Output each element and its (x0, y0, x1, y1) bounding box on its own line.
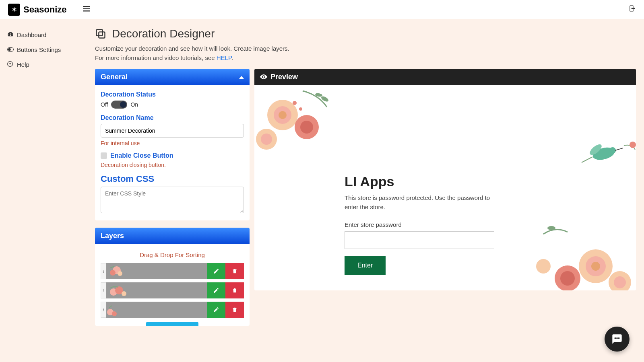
layer-row[interactable]: ⁞ (101, 263, 244, 279)
sidebar-label: Help (17, 61, 29, 68)
toggle-icon (7, 46, 14, 53)
status-label: Decoration Status (101, 91, 244, 98)
preview-panel-header: Preview (254, 69, 636, 85)
svg-point-40 (536, 259, 551, 274)
drag-handle-icon[interactable]: ⁞ (101, 302, 106, 318)
svg-point-32 (547, 226, 555, 230)
svg-rect-8 (99, 32, 105, 38)
panel-title: General (101, 73, 128, 81)
svg-point-10 (110, 270, 116, 276)
svg-rect-0 (83, 6, 90, 7)
logo[interactable]: ✶ Seasonize (8, 4, 67, 16)
layer-row[interactable]: ⁞ (101, 282, 244, 298)
dashboard-icon (7, 31, 14, 38)
designer-icon (95, 28, 106, 39)
edit-layer-button[interactable] (207, 302, 225, 318)
edit-layer-button[interactable] (207, 263, 225, 279)
name-label: Decoration Name (101, 114, 244, 121)
delete-layer-button[interactable] (225, 302, 244, 318)
svg-point-16 (112, 311, 117, 316)
svg-point-31 (609, 147, 616, 154)
preview-viewport: LI Apps This store is password protected… (254, 85, 636, 290)
layer-thumbnail (106, 263, 207, 279)
css-label: Custom CSS (101, 174, 244, 184)
svg-point-25 (261, 134, 272, 145)
preview-pw-label: Enter store password (345, 221, 497, 228)
menu-toggle-icon[interactable] (83, 5, 90, 14)
on-label: On (130, 101, 138, 108)
page-title: Decoration Designer (112, 27, 215, 40)
svg-point-14 (122, 291, 126, 296)
svg-point-37 (560, 271, 575, 286)
close-btn-hint: Decoration closing button. (101, 162, 244, 168)
chevron-up-icon (239, 73, 244, 81)
svg-rect-1 (83, 8, 90, 10)
svg-point-27 (299, 107, 302, 111)
layer-thumbnail (106, 302, 207, 318)
chat-button[interactable] (605, 327, 630, 352)
sidebar-label: Dashboard (17, 31, 46, 38)
off-label: Off (101, 101, 108, 108)
preview-title: Preview (270, 73, 298, 81)
status-toggle[interactable] (111, 101, 127, 109)
general-panel: General Decoration Status Off On (95, 69, 250, 220)
panel-title: Layers (101, 232, 124, 240)
sidebar-label: Buttons Settings (17, 46, 61, 53)
preview-panel: Preview (254, 69, 636, 290)
edit-layer-button[interactable] (207, 282, 225, 298)
name-input[interactable] (101, 124, 244, 138)
css-textarea[interactable] (101, 187, 244, 213)
sidebar-item-help[interactable]: ? Help (7, 57, 81, 72)
app-header: ✶ Seasonize (0, 0, 644, 19)
layer-row[interactable]: ⁞ (101, 302, 244, 318)
svg-point-42 (616, 337, 618, 339)
general-panel-header[interactable]: General (95, 69, 250, 85)
add-layer-button[interactable] (146, 322, 198, 326)
layers-panel-header[interactable]: Layers (95, 228, 250, 244)
svg-point-26 (293, 101, 297, 105)
sidebar-item-buttons[interactable]: Buttons Settings (7, 42, 81, 57)
svg-point-41 (614, 337, 616, 339)
sidebar: Dashboard Buttons Settings ? Help (0, 19, 89, 362)
main-content: Decoration Designer Customize your decor… (89, 19, 644, 362)
layers-panel: Layers Drag & Drop For Sorting ⁞ (95, 228, 250, 326)
svg-point-21 (279, 111, 287, 119)
name-hint: For internal use (101, 140, 244, 146)
preview-pw-input[interactable] (345, 231, 494, 249)
svg-point-11 (118, 271, 122, 276)
close-btn-label: Enable Close Button (110, 152, 173, 159)
drag-handle-icon[interactable]: ⁞ (101, 263, 106, 279)
svg-text:?: ? (9, 62, 11, 66)
svg-point-43 (618, 337, 620, 339)
preview-store-title: LI Apps (345, 174, 497, 189)
preview-store-subtitle: This store is password protected. Use th… (345, 193, 497, 212)
delete-layer-button[interactable] (225, 282, 244, 298)
svg-rect-2 (83, 10, 90, 12)
svg-point-35 (591, 262, 600, 271)
drag-handle-icon[interactable]: ⁞ (101, 282, 106, 298)
help-icon: ? (7, 61, 14, 68)
layers-hint: Drag & Drop For Sorting (101, 248, 244, 263)
svg-point-4 (8, 48, 10, 50)
logo-icon: ✶ (8, 4, 20, 16)
svg-rect-7 (97, 30, 103, 36)
page-subtitle: Customize your decoration and see how it… (95, 44, 636, 62)
brand-text: Seasonize (23, 4, 67, 15)
delete-layer-button[interactable] (225, 263, 244, 279)
close-btn-checkbox[interactable] (101, 152, 107, 159)
svg-point-23 (300, 121, 313, 134)
preview-enter-button[interactable]: Enter (345, 256, 386, 275)
svg-point-28 (630, 142, 636, 148)
help-link[interactable]: HELP (217, 54, 231, 61)
layer-thumbnail (106, 282, 207, 298)
sidebar-item-dashboard[interactable]: Dashboard (7, 27, 81, 42)
page-title-row: Decoration Designer (95, 27, 636, 40)
svg-point-39 (614, 276, 626, 288)
logout-icon[interactable] (629, 5, 636, 14)
eye-icon (260, 73, 267, 81)
